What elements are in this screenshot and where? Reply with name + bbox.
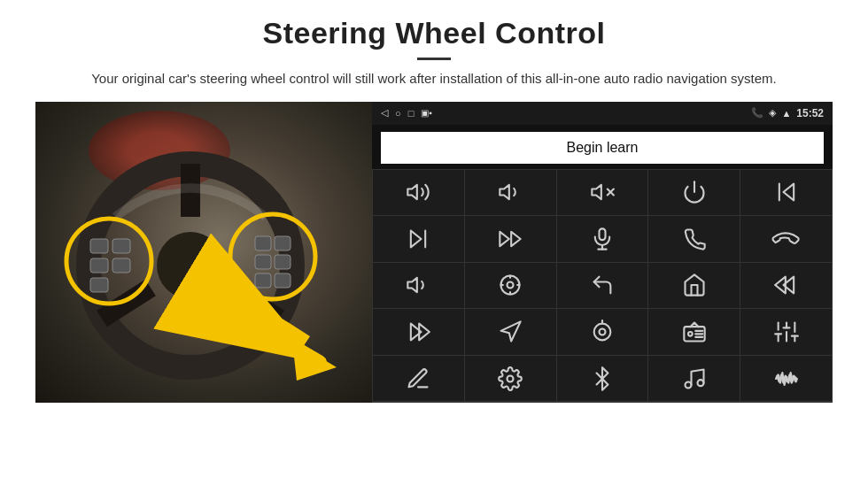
icon-grid <box>372 169 833 403</box>
status-bar: ◁ ○ □ ▣▪ 📞 ◈ ▲ 15:52 <box>372 102 833 125</box>
title-section: Steering Wheel Control Your original car… <box>35 16 833 102</box>
music-button[interactable] <box>648 356 740 402</box>
speaker-button[interactable] <box>373 263 464 309</box>
next-track-button[interactable] <box>373 216 464 262</box>
status-left: ◁ ○ □ ▣▪ <box>381 107 432 119</box>
overview-icon[interactable]: □ <box>408 108 415 119</box>
mute-button[interactable] <box>557 170 648 216</box>
phone-status-icon: 📞 <box>751 107 763 119</box>
svg-marker-19 <box>292 341 337 381</box>
vol-down-button[interactable] <box>465 170 556 216</box>
svg-rect-14 <box>255 255 271 269</box>
hang-up-button[interactable] <box>740 216 832 262</box>
svg-rect-6 <box>90 239 108 253</box>
svg-point-33 <box>508 282 514 289</box>
waveform-button[interactable] <box>740 356 832 402</box>
phone-button[interactable] <box>648 216 740 262</box>
title-divider <box>417 58 451 60</box>
svg-marker-38 <box>501 321 521 341</box>
radio-button[interactable] <box>648 309 740 355</box>
svg-point-58 <box>697 380 703 386</box>
svg-marker-27 <box>511 232 521 246</box>
fast-forward-button[interactable] <box>465 216 556 262</box>
signal-icon: ▣▪ <box>421 108 432 118</box>
back-icon[interactable]: ◁ <box>381 107 388 119</box>
power-button[interactable] <box>648 170 740 216</box>
skip-back-button[interactable] <box>740 263 832 309</box>
content-row: ◁ ○ □ ▣▪ 📞 ◈ ▲ 15:52 Begin learn <box>35 102 833 403</box>
vol-up-button[interactable] <box>373 170 464 216</box>
begin-learn-row: Begin learn <box>372 125 833 169</box>
page-container: Steering Wheel Control Your original car… <box>0 0 868 485</box>
svg-point-56 <box>508 375 514 381</box>
status-time: 15:52 <box>796 107 824 119</box>
svg-point-39 <box>594 324 611 341</box>
wifi-status-icon: ▲ <box>781 108 791 119</box>
navigate-button[interactable] <box>465 309 556 355</box>
skip-forward2-button[interactable] <box>373 309 464 355</box>
prev-track-button[interactable] <box>740 170 832 216</box>
360-cam-button[interactable] <box>465 263 556 309</box>
page-title: Steering Wheel Control <box>35 16 833 50</box>
svg-rect-9 <box>112 258 130 273</box>
microphone-button[interactable] <box>557 216 648 262</box>
settings-circle-button[interactable] <box>465 356 556 402</box>
subtitle: Your original car's steering wheel contr… <box>89 69 779 89</box>
equalizer-button[interactable] <box>740 309 832 355</box>
svg-marker-25 <box>411 231 422 248</box>
home-button[interactable] <box>648 263 740 309</box>
bluetooth-button[interactable] <box>557 356 648 402</box>
svg-marker-28 <box>500 232 510 246</box>
svg-point-40 <box>599 329 605 335</box>
begin-learn-button[interactable]: Begin learn <box>381 132 824 164</box>
svg-rect-16 <box>255 273 271 288</box>
eject-button[interactable] <box>557 309 648 355</box>
svg-point-4 <box>157 232 224 299</box>
svg-rect-15 <box>275 255 291 269</box>
svg-point-57 <box>685 381 691 388</box>
svg-rect-13 <box>275 236 291 250</box>
home-icon[interactable]: ○ <box>395 108 401 119</box>
voice-button[interactable] <box>373 356 464 402</box>
status-right: 📞 ◈ ▲ 15:52 <box>751 107 824 119</box>
steering-wheel-photo <box>35 102 372 403</box>
location-status-icon: ◈ <box>769 107 776 119</box>
android-screen: ◁ ○ □ ▣▪ 📞 ◈ ▲ 15:52 Begin learn <box>372 102 833 403</box>
svg-point-43 <box>688 332 693 336</box>
svg-rect-29 <box>599 228 605 240</box>
svg-rect-12 <box>255 236 271 250</box>
back-button[interactable] <box>557 263 648 309</box>
svg-rect-17 <box>275 273 291 288</box>
svg-rect-7 <box>112 239 130 253</box>
svg-rect-10 <box>90 278 108 292</box>
steering-wheel-svg <box>35 102 372 403</box>
svg-marker-23 <box>783 184 794 201</box>
svg-rect-8 <box>90 258 108 273</box>
